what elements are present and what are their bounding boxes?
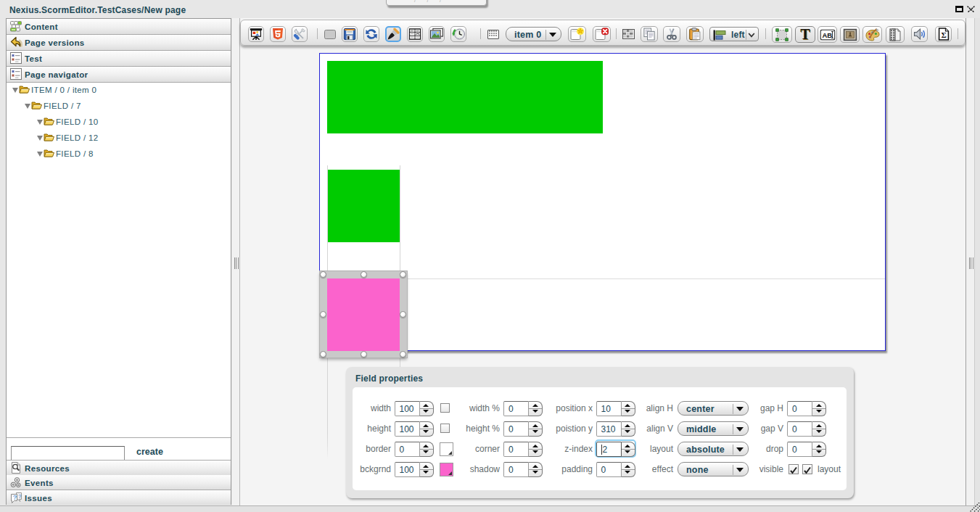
svg-text:Σ: Σ [941, 30, 946, 39]
svg-text:AB: AB [822, 30, 832, 38]
svg-text:?: ? [18, 493, 22, 500]
svg-text:?: ? [13, 494, 17, 501]
